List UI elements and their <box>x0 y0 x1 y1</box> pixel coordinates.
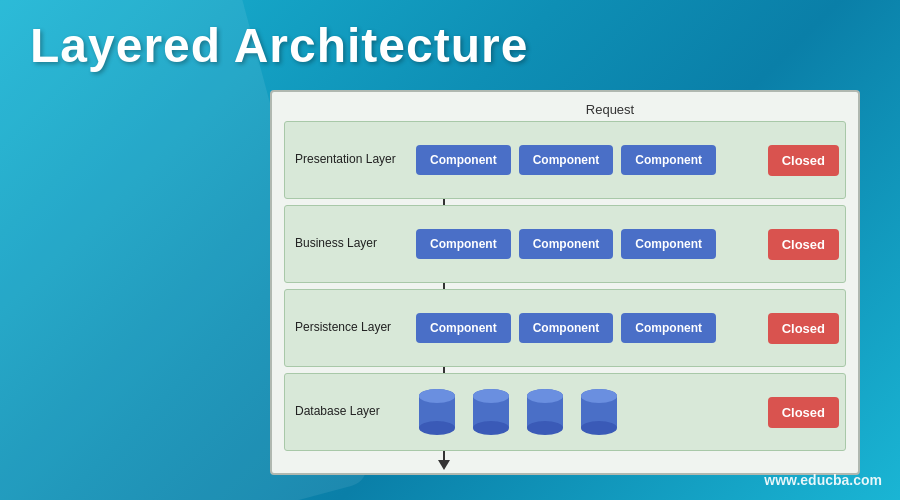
business-layer-row: Business Layer Component Component Compo… <box>284 205 846 283</box>
svg-point-3 <box>419 389 455 403</box>
persistence-layer-components: Component Component Component <box>406 313 768 343</box>
svg-point-11 <box>527 389 563 403</box>
watermark: www.educba.com <box>764 472 882 488</box>
svg-point-15 <box>581 389 617 403</box>
business-component-2[interactable]: Component <box>519 229 614 259</box>
business-closed-button[interactable]: Closed <box>768 229 839 260</box>
business-layer-components: Component Component Component <box>406 229 768 259</box>
presentation-layer-row: Presentation Layer Component Component C… <box>284 121 846 199</box>
database-layer-components <box>406 386 768 438</box>
database-icon-1 <box>416 386 458 438</box>
business-component-1[interactable]: Component <box>416 229 511 259</box>
svg-point-7 <box>473 389 509 403</box>
svg-point-2 <box>419 421 455 435</box>
persistence-component-3[interactable]: Component <box>621 313 716 343</box>
presentation-closed-button[interactable]: Closed <box>768 145 839 176</box>
page-title: Layered Architecture <box>30 18 528 73</box>
persistence-component-2[interactable]: Component <box>519 313 614 343</box>
presentation-layer-label: Presentation Layer <box>291 152 406 168</box>
database-icon-2 <box>470 386 512 438</box>
database-icon-3 <box>524 386 566 438</box>
presentation-component-2[interactable]: Component <box>519 145 614 175</box>
svg-point-10 <box>527 421 563 435</box>
database-icon-4 <box>578 386 620 438</box>
database-layer-label: Database Layer <box>291 404 406 420</box>
business-component-3[interactable]: Component <box>621 229 716 259</box>
request-label: Request <box>374 102 846 117</box>
persistence-closed-button[interactable]: Closed <box>768 313 839 344</box>
svg-point-14 <box>581 421 617 435</box>
persistence-component-1[interactable]: Component <box>416 313 511 343</box>
svg-point-6 <box>473 421 509 435</box>
database-layer-row: Database Layer <box>284 373 846 451</box>
architecture-diagram: Request Presentation Layer Component Com… <box>270 90 860 475</box>
business-layer-label: Business Layer <box>291 236 406 252</box>
presentation-component-3[interactable]: Component <box>621 145 716 175</box>
database-closed-button[interactable]: Closed <box>768 397 839 428</box>
presentation-layer-components: Component Component Component <box>406 145 768 175</box>
persistence-layer-row: Persistence Layer Component Component Co… <box>284 289 846 367</box>
presentation-component-1[interactable]: Component <box>416 145 511 175</box>
persistence-layer-label: Persistence Layer <box>291 320 406 336</box>
